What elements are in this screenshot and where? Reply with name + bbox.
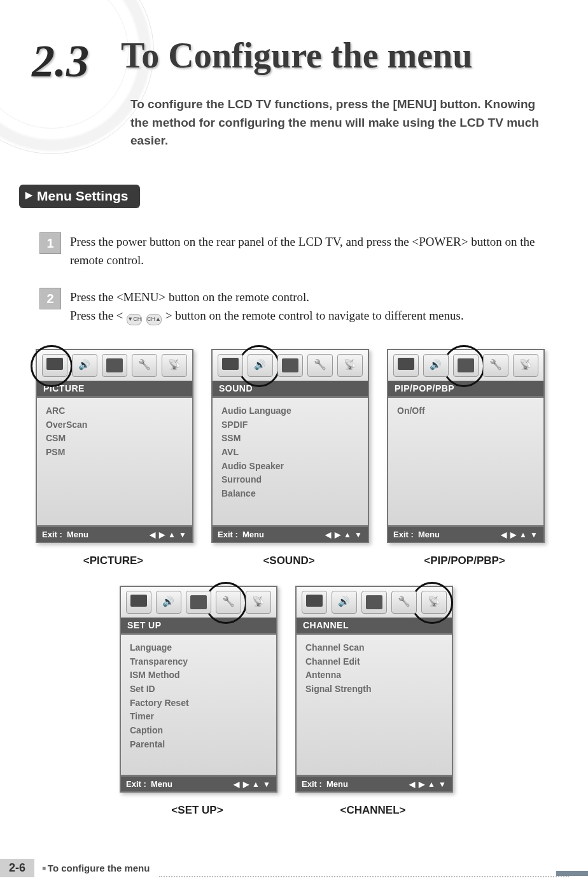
menu-item: Language bbox=[130, 641, 267, 655]
panel-footer: Exit : Menu ◀ ▶ ▲ ▼ bbox=[388, 527, 543, 542]
page-title: To Configure the menu bbox=[121, 35, 472, 76]
wrench-icon bbox=[391, 591, 417, 614]
osd-panel-sound: SOUND Audio Language SPDIF SSM AVL Audio… bbox=[211, 349, 369, 543]
menu-item: Signal Strength bbox=[305, 682, 443, 696]
step-text: Press the <MENU> button on the remote co… bbox=[70, 288, 464, 327]
menu-item: Audio Language bbox=[221, 404, 359, 418]
panel-caption: <SET UP> bbox=[120, 804, 275, 817]
panel-caption: <CHANNEL> bbox=[295, 804, 451, 817]
wrench-icon bbox=[132, 354, 157, 377]
menu-item: Set ID bbox=[130, 682, 267, 696]
panel-title: PIP/POP/PBP bbox=[388, 381, 543, 396]
footer-exit: Exit : bbox=[218, 530, 238, 539]
footer-box: 2-6 To configure the menu bbox=[0, 859, 150, 877]
menu-item: Antenna bbox=[305, 668, 443, 682]
step-text: Press the power button on the rear panel… bbox=[70, 232, 561, 270]
footer-exit: Exit : bbox=[42, 530, 62, 539]
satellite-icon bbox=[162, 354, 187, 377]
panel-caption: <PICTURE> bbox=[36, 554, 191, 567]
pip-icon bbox=[102, 354, 127, 377]
tv-icon bbox=[393, 354, 419, 377]
footer-dotted-line bbox=[159, 876, 569, 877]
pip-icon bbox=[186, 591, 211, 614]
panel-wrap-channel: CHANNEL Channel Scan Channel Edit Antenn… bbox=[295, 586, 451, 817]
menu-item: Channel Edit bbox=[305, 655, 443, 669]
speaker-icon bbox=[156, 591, 181, 614]
speaker-icon bbox=[72, 354, 97, 377]
wrench-icon bbox=[483, 354, 508, 377]
step-number: 1 bbox=[39, 232, 61, 254]
footer-menu: Menu bbox=[151, 779, 172, 789]
panel-caption: <PIP/POP/PBP> bbox=[387, 554, 542, 567]
satellite-icon bbox=[246, 591, 271, 614]
screens-row-2: SET UP Language Transparency ISM Method … bbox=[120, 586, 451, 817]
manual-page: 2.3 To Configure the menu To configure t… bbox=[0, 0, 588, 890]
nav-arrows-icon: ◀ ▶ ▲ ▼ bbox=[234, 780, 271, 789]
menu-item: Factory Reset bbox=[130, 696, 267, 710]
pip-icon bbox=[277, 354, 303, 377]
panel-footer: Exit : Menu ◀ ▶ ▲ ▼ bbox=[121, 777, 276, 791]
tv-icon bbox=[126, 591, 151, 614]
nav-arrows-icon: ◀ ▶ ▲ ▼ bbox=[409, 780, 447, 789]
menu-item: SSM bbox=[221, 432, 359, 446]
step-2: 2 Press the <MENU> button on the remote … bbox=[39, 288, 561, 327]
footer-exit: Exit : bbox=[302, 779, 322, 789]
icon-bar bbox=[37, 350, 192, 381]
wrench-icon bbox=[216, 591, 241, 614]
panel-wrap-sound: SOUND Audio Language SPDIF SSM AVL Audio… bbox=[211, 349, 367, 567]
menu-item: Parental bbox=[130, 738, 267, 752]
satellite-icon bbox=[421, 591, 447, 614]
section-number: 2.3 bbox=[32, 35, 89, 88]
nav-arrows-icon: ◀ ▶ ▲ ▼ bbox=[150, 530, 187, 539]
icon-bar bbox=[388, 350, 543, 381]
footer-menu: Menu bbox=[242, 530, 264, 539]
satellite-icon bbox=[337, 354, 363, 377]
footer-menu: Menu bbox=[418, 530, 440, 539]
footer-menu: Menu bbox=[326, 779, 348, 789]
wrench-icon bbox=[307, 354, 333, 377]
panel-footer: Exit : Menu ◀ ▶ ▲ ▼ bbox=[297, 777, 452, 791]
menu-item: Audio Speaker bbox=[221, 460, 359, 474]
footer-menu: Menu bbox=[67, 530, 88, 539]
icon-bar bbox=[121, 587, 276, 618]
panel-footer: Exit : Menu ◀ ▶ ▲ ▼ bbox=[37, 527, 192, 542]
page-number: 2-6 bbox=[0, 859, 37, 877]
menu-item: Caption bbox=[130, 724, 267, 738]
panel-caption: <SOUND> bbox=[211, 554, 367, 567]
ch-down-icon: ▼CH bbox=[127, 314, 142, 325]
menu-item: Timer bbox=[130, 710, 267, 724]
step2-line2a: Press the < bbox=[70, 309, 126, 322]
nav-arrows-icon: ◀ ▶ ▲ ▼ bbox=[325, 530, 363, 539]
step2-line2b: > button on the remote control to naviga… bbox=[165, 309, 464, 322]
tv-icon bbox=[42, 354, 67, 377]
step-1: 1 Press the power button on the rear pan… bbox=[39, 232, 561, 270]
panel-body: Language Transparency ISM Method Set ID … bbox=[121, 633, 276, 777]
menu-item: PSM bbox=[46, 446, 183, 460]
step-number: 2 bbox=[39, 288, 61, 309]
tv-icon bbox=[302, 591, 327, 614]
footer-title: To configure the menu bbox=[37, 863, 150, 873]
screens-row-1: PICTURE ARC OverScan CSM PSM Exit : Menu… bbox=[36, 349, 542, 567]
footer-end-bar bbox=[556, 871, 588, 876]
panel-body: Audio Language SPDIF SSM AVL Audio Speak… bbox=[213, 396, 368, 527]
icon-bar bbox=[213, 350, 368, 381]
section-tab: Menu Settings bbox=[19, 185, 140, 208]
panel-title: SET UP bbox=[121, 618, 276, 633]
menu-item: CSM bbox=[46, 432, 183, 446]
icon-bar bbox=[297, 587, 452, 618]
panel-title: SOUND bbox=[213, 381, 368, 396]
menu-item: ARC bbox=[46, 404, 183, 418]
footer-exit: Exit : bbox=[126, 779, 146, 789]
osd-panel-pip: PIP/POP/PBP On/Off Exit : Menu ◀ ▶ ▲ ▼ bbox=[387, 349, 545, 543]
panel-body: On/Off bbox=[388, 396, 543, 527]
panel-title: PICTURE bbox=[37, 381, 192, 396]
channel-buttons-illustration: ▼CH CH▲ bbox=[126, 307, 162, 326]
panel-footer: Exit : Menu ◀ ▶ ▲ ▼ bbox=[213, 527, 368, 542]
panel-body: ARC OverScan CSM PSM bbox=[37, 396, 192, 527]
step2-line1: Press the <MENU> button on the remote co… bbox=[70, 290, 309, 304]
speaker-icon bbox=[248, 354, 273, 377]
menu-item: On/Off bbox=[397, 404, 535, 418]
panel-title: CHANNEL bbox=[297, 618, 452, 633]
panel-wrap-pip: PIP/POP/PBP On/Off Exit : Menu ◀ ▶ ▲ ▼ <… bbox=[387, 349, 542, 567]
tv-icon bbox=[218, 354, 243, 377]
